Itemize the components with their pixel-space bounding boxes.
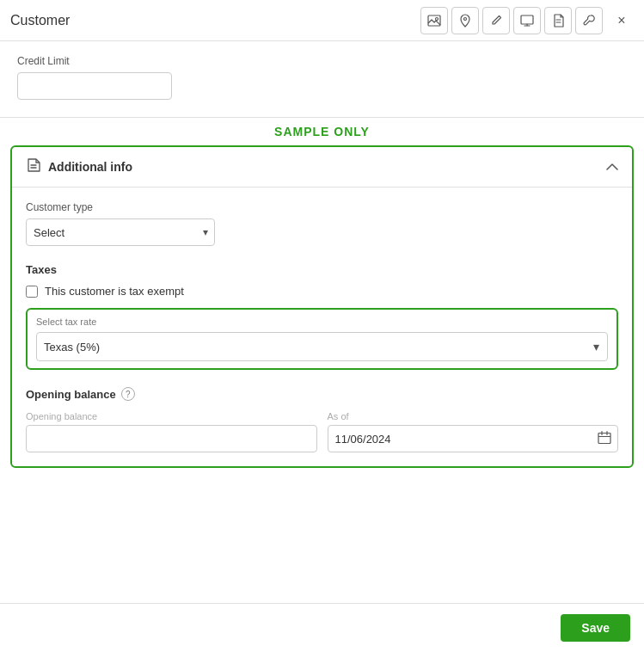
toolbar-btn-location[interactable] (451, 7, 479, 34)
toolbar-actions: × (420, 7, 634, 34)
opening-balance-title: Opening balance (26, 388, 116, 401)
customer-type-select[interactable]: Select Individual Business (26, 218, 215, 246)
svg-point-2 (464, 17, 467, 20)
opening-balance-section: Opening balance ? Opening balance As of (26, 387, 618, 452)
save-button[interactable]: Save (561, 614, 630, 642)
tax-exempt-checkbox[interactable] (26, 286, 38, 298)
customer-type-label: Customer type (26, 201, 618, 213)
tax-exempt-label[interactable]: This customer is tax exempt (45, 285, 184, 298)
taxes-title: Taxes (26, 263, 618, 276)
title-bar: Customer (0, 0, 644, 41)
customer-type-group: Customer type Select Individual Business… (26, 201, 618, 246)
collapse-button[interactable] (606, 163, 618, 171)
taxes-section: Taxes This customer is tax exempt Select… (26, 263, 618, 370)
tax-rate-select-wrapper: Texas (5%) California (8%) New York (8.8… (36, 332, 608, 361)
as-of-field: As of (328, 411, 619, 452)
svg-rect-0 (428, 15, 440, 26)
opening-balance-fields: Opening balance As of (26, 411, 618, 452)
additional-info-icon (26, 157, 41, 176)
date-input-wrapper (328, 425, 619, 452)
credit-limit-input[interactable] (17, 72, 172, 100)
tax-rate-label: Select tax rate (36, 317, 608, 327)
sample-banner: SAMPLE ONLY (0, 118, 644, 145)
tax-exempt-row: This customer is tax exempt (26, 285, 618, 298)
svg-rect-3 (521, 15, 533, 24)
opening-balance-field: Opening balance (26, 411, 317, 452)
tax-rate-select[interactable]: Texas (5%) California (8%) New York (8.8… (36, 332, 608, 361)
as-of-date-input[interactable] (328, 425, 619, 452)
toolbar-btn-document[interactable] (544, 7, 572, 34)
tax-rate-box: Select tax rate Texas (5%) California (8… (26, 308, 618, 370)
svg-point-1 (436, 17, 439, 20)
additional-info-body: Customer type Select Individual Business… (12, 188, 632, 466)
toolbar-btn-image[interactable] (420, 7, 448, 34)
toolbar-btn-screen[interactable] (513, 7, 541, 34)
main-content: Credit Limit SAMPLE ONLY Additional info (0, 41, 644, 603)
additional-info-card: Additional info Customer type Select (10, 145, 634, 468)
customer-type-select-wrapper: Select Individual Business ▾ (26, 218, 215, 246)
as-of-label: As of (328, 411, 619, 421)
toolbar-btn-wrench[interactable] (575, 7, 603, 34)
additional-info-header: Additional info (12, 147, 632, 188)
customer-window: Customer (0, 0, 644, 652)
close-button[interactable]: × (610, 9, 634, 33)
credit-limit-label: Credit Limit (17, 55, 627, 67)
opening-balance-input[interactable] (26, 425, 317, 452)
opening-balance-field-label: Opening balance (26, 411, 317, 421)
toolbar-btn-edit[interactable] (482, 7, 510, 34)
opening-balance-title-row: Opening balance ? (26, 387, 618, 401)
window-title: Customer (10, 13, 70, 28)
footer: Save (0, 603, 644, 652)
credit-limit-section: Credit Limit (0, 41, 644, 118)
help-icon[interactable]: ? (121, 387, 135, 401)
additional-info-title: Additional info (48, 160, 132, 174)
header-left: Additional info (26, 157, 132, 176)
